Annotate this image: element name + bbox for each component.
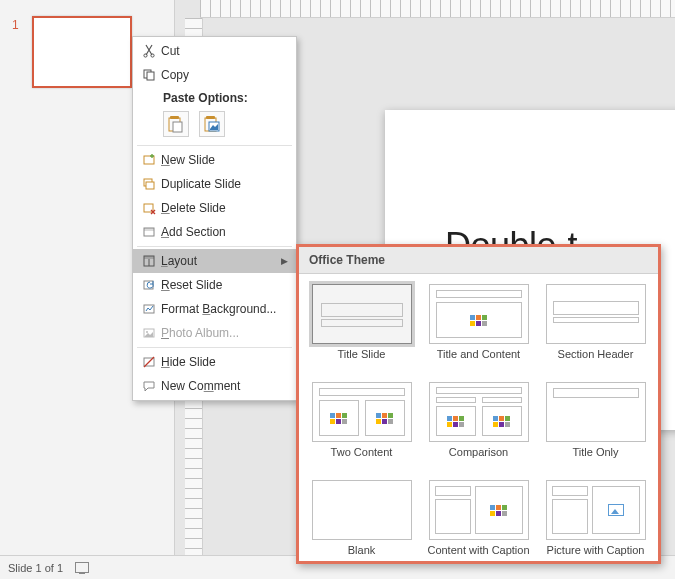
menu-hide-slide-label: Hide Slide xyxy=(161,355,288,369)
layout-option-comparison[interactable]: Comparison xyxy=(424,382,533,470)
layout-label: Section Header xyxy=(558,348,634,372)
svg-rect-12 xyxy=(146,182,154,189)
layout-option-content-with-caption[interactable]: Content with Caption xyxy=(424,480,533,568)
menu-reset-slide-label: Reset Slide xyxy=(161,278,288,292)
svg-rect-6 xyxy=(173,122,182,132)
svg-rect-3 xyxy=(147,72,154,80)
add-section-icon xyxy=(137,225,161,239)
menu-layout-label: Layout xyxy=(161,254,281,268)
menu-format-background-label: Format Background... xyxy=(161,302,288,316)
layout-label: Title and Content xyxy=(437,348,520,372)
menu-duplicate-slide[interactable]: Duplicate Slide xyxy=(133,172,296,196)
slide-thumbnail[interactable] xyxy=(32,16,132,88)
layout-label: Comparison xyxy=(449,446,508,470)
layout-label: Title Slide xyxy=(338,348,386,372)
svg-point-0 xyxy=(144,54,147,57)
menu-delete-slide-label: Delete Slide xyxy=(161,201,288,215)
delete-slide-icon xyxy=(137,201,161,215)
status-slide-count: Slide 1 of 1 xyxy=(8,562,63,574)
layout-option-title-slide[interactable]: Title Slide xyxy=(307,284,416,372)
layout-option-blank[interactable]: Blank xyxy=(307,480,416,568)
layout-option-section-header[interactable]: Section Header xyxy=(541,284,650,372)
menu-new-comment-label: New Comment xyxy=(161,379,288,393)
menu-cut-label: Cut xyxy=(161,44,288,58)
layout-label: Title Only xyxy=(572,446,618,470)
ruler-horizontal xyxy=(200,0,675,18)
layout-option-title-only[interactable]: Title Only xyxy=(541,382,650,470)
menu-format-background[interactable]: Format Background... xyxy=(133,297,296,321)
menu-layout[interactable]: Layout ▶ xyxy=(133,249,296,273)
format-background-icon xyxy=(137,302,161,316)
presenter-view-icon[interactable] xyxy=(75,562,89,573)
svg-point-22 xyxy=(146,331,148,333)
menu-duplicate-slide-label: Duplicate Slide xyxy=(161,177,288,191)
layout-option-two-content[interactable]: Two Content xyxy=(307,382,416,470)
layout-label: Picture with Caption xyxy=(547,544,645,568)
menu-new-comment[interactable]: New Comment xyxy=(133,374,296,398)
menu-copy[interactable]: Copy xyxy=(133,63,296,87)
new-comment-icon xyxy=(137,379,161,393)
menu-photo-album: Photo Album... xyxy=(133,321,296,345)
cut-icon xyxy=(137,44,161,58)
context-menu: Cut Copy Paste Options: New Slide Duplic… xyxy=(132,36,297,401)
new-slide-icon xyxy=(137,153,161,167)
layout-flyout-header: Office Theme xyxy=(299,247,658,274)
menu-photo-album-label: Photo Album... xyxy=(161,326,288,340)
copy-icon xyxy=(137,68,161,82)
layout-icon xyxy=(137,254,161,268)
svg-rect-17 xyxy=(144,256,154,259)
menu-copy-label: Copy xyxy=(161,68,288,82)
layout-label: Blank xyxy=(348,544,376,568)
menu-reset-slide[interactable]: Reset Slide xyxy=(133,273,296,297)
menu-add-section[interactable]: Add Section xyxy=(133,220,296,244)
duplicate-slide-icon xyxy=(137,177,161,191)
svg-point-1 xyxy=(151,54,154,57)
layout-label: Content with Caption xyxy=(427,544,529,568)
layout-option-title-and-content[interactable]: Title and Content xyxy=(424,284,533,372)
menu-add-section-label: Add Section xyxy=(161,225,288,239)
menu-cut[interactable]: Cut xyxy=(133,39,296,63)
layout-option-picture-with-caption[interactable]: Picture with Caption xyxy=(541,480,650,568)
photo-album-icon xyxy=(137,326,161,340)
slide-number: 1 xyxy=(12,18,19,32)
hide-slide-icon xyxy=(137,355,161,369)
submenu-arrow-icon: ▶ xyxy=(281,256,288,266)
layout-flyout: Office Theme Title Slide Title and Conte… xyxy=(296,244,661,564)
menu-new-slide[interactable]: New Slide xyxy=(133,148,296,172)
svg-rect-15 xyxy=(144,228,154,231)
menu-new-slide-label: New Slide xyxy=(161,153,288,167)
menu-hide-slide[interactable]: Hide Slide xyxy=(133,350,296,374)
reset-slide-icon xyxy=(137,278,161,292)
paste-picture[interactable] xyxy=(199,111,225,137)
layout-label: Two Content xyxy=(331,446,393,470)
paste-options-heading: Paste Options: xyxy=(133,87,296,107)
menu-delete-slide[interactable]: Delete Slide xyxy=(133,196,296,220)
paste-use-destination-theme[interactable] xyxy=(163,111,189,137)
